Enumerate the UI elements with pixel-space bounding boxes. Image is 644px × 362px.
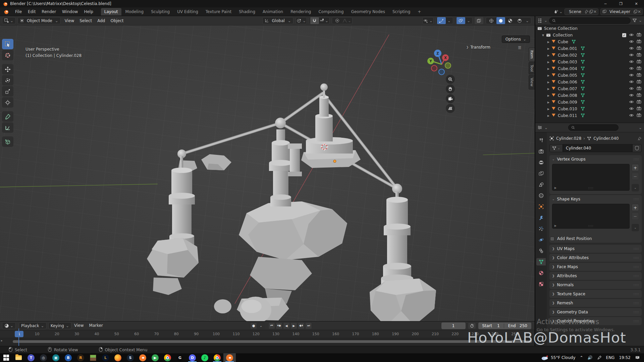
disable-render-icon[interactable] [637, 60, 641, 65]
gizmo-y-neg[interactable] [445, 62, 451, 69]
taskbar-league-of-legends[interactable]: L [99, 353, 112, 362]
chevron-down-icon[interactable]: ⌄ [544, 125, 548, 130]
jump-to-start-button[interactable]: ⏮ [268, 322, 275, 329]
chevron-down-icon[interactable]: ⌄ [639, 125, 642, 130]
disclosure-icon[interactable]: ▶ [547, 67, 550, 70]
hide-eye-icon[interactable] [629, 93, 634, 98]
outliner-row-object[interactable]: ▶Cube.002 [535, 52, 644, 59]
outliner-row-object[interactable]: ▶Cube.007 [535, 85, 644, 92]
taskbar-chrome[interactable] [161, 353, 174, 362]
timeline-channels[interactable]: ▸ [0, 338, 535, 346]
outliner-search-input[interactable] [549, 17, 631, 24]
tool-cursor[interactable] [2, 50, 13, 60]
pivot-dropdown[interactable]: ⌄ [296, 17, 307, 24]
notification-icon[interactable] [635, 355, 640, 360]
taskbar-file-explorer[interactable] [12, 353, 25, 362]
taskbar-chrome-alt[interactable] [211, 353, 223, 362]
panel-header[interactable]: ❯Color Attributes:::: [549, 254, 642, 262]
disable-render-icon[interactable] [637, 80, 641, 85]
shading-wireframe-button[interactable] [487, 17, 496, 24]
pin-icon[interactable] [637, 136, 642, 141]
taskbar-teams[interactable]: T [25, 353, 37, 362]
clock[interactable]: 19:52 [619, 355, 631, 360]
delete-viewlayer-icon[interactable]: ✕ [638, 9, 641, 14]
play-button[interactable]: ▶ [290, 322, 297, 329]
new-scene-icon[interactable] [589, 9, 593, 14]
properties-tab-modifiers[interactable] [536, 214, 546, 221]
workspace-tab-modeling[interactable]: Modeling [122, 8, 147, 15]
next-keyframe-button[interactable]: ◆⏵ [298, 322, 305, 329]
pan-button[interactable] [446, 84, 455, 94]
taskbar-minecraft[interactable] [87, 353, 99, 362]
timeline-menu-marker[interactable]: Marker [87, 322, 106, 329]
panel-header[interactable]: ❯Attributes:::: [549, 272, 642, 280]
channel-expand-icon[interactable]: ▸ [1, 339, 3, 342]
disable-render-icon[interactable] [637, 86, 641, 92]
add-rest-position-checkbox[interactable] [550, 237, 554, 241]
mesh-data-dropdown[interactable]: ⌄ [549, 144, 563, 152]
current-frame-field[interactable]: 1 [441, 322, 466, 329]
workspace-tab-uv-editing[interactable]: UV Editing [174, 8, 202, 15]
outliner-row-scene-collection[interactable]: Scene Collection [535, 25, 644, 32]
maximize-button[interactable]: ❐ [613, 0, 629, 7]
outliner-row-object[interactable]: ▶Cube [535, 39, 644, 45]
timeline-menu-view[interactable]: View [71, 322, 86, 329]
disclosure-icon[interactable]: ▶ [547, 74, 550, 77]
timeline-scrollbar[interactable] [13, 340, 532, 343]
options-button[interactable]: Options⌄ [502, 36, 530, 43]
weather-widget[interactable]: 55°F Cloudy [541, 355, 575, 360]
collection-checkbox[interactable]: ✓ [622, 33, 626, 37]
taskbar-spotify[interactable]: ♪ [199, 353, 211, 362]
show-gizmo-toggle[interactable] [437, 17, 446, 24]
hide-eye-icon[interactable] [629, 86, 634, 92]
viewport-menu-add[interactable]: Add [95, 17, 108, 24]
hide-eye-icon[interactable] [629, 80, 634, 85]
hide-eye-icon[interactable] [629, 53, 634, 58]
workspace-tab-shading[interactable]: Shading [235, 8, 259, 15]
timeline-editor-type-button[interactable]: ⌄ [2, 322, 16, 329]
visibility-dropdown[interactable]: ⌄ [422, 17, 434, 24]
gizmo-y-axis[interactable]: Y [427, 58, 434, 64]
chevron-down-icon[interactable]: ⌄ [639, 18, 642, 23]
tool-add-cube[interactable] [2, 136, 13, 147]
tool-rotate[interactable] [2, 75, 13, 85]
menu-edit[interactable]: Edit [25, 8, 39, 15]
pen-icon[interactable] [597, 355, 602, 360]
volume-icon[interactable]: 🔊 [588, 355, 593, 360]
workspace-tab-geometry-nodes[interactable]: Geometry Nodes [348, 8, 388, 15]
disable-render-icon[interactable] [637, 107, 641, 112]
properties-tab-view-layer[interactable] [536, 170, 546, 177]
snap-target-dropdown[interactable]: ⌄ [320, 17, 328, 24]
workspace-tab--[interactable]: + [414, 8, 424, 15]
breadcrumb-data[interactable]: Cylinder.040 [593, 136, 619, 141]
menu-render[interactable]: Render [39, 8, 59, 15]
snap-toggle[interactable] [310, 17, 319, 24]
outliner-row-object[interactable]: ▶Cube.004 [535, 65, 644, 72]
taskbar-rooster-app[interactable]: R [74, 353, 87, 362]
tool-annotate[interactable] [2, 111, 13, 122]
remove-vertex-group-button[interactable]: − [632, 173, 639, 180]
language-indicator[interactable]: ENG [606, 355, 615, 360]
disable-render-icon[interactable] [637, 33, 641, 38]
properties-tab-constraints[interactable] [536, 247, 546, 254]
properties-tab-texture[interactable] [536, 280, 546, 288]
timeline-menu-keying[interactable]: Keying ⌄ [48, 322, 71, 329]
falloff-dropdown[interactable]: ⌄ [342, 17, 351, 24]
chevron-down-icon[interactable]: ⌄ [559, 9, 562, 14]
disclosure-icon[interactable]: ▶ [547, 87, 550, 90]
taskbar-discord[interactable]: D [186, 353, 199, 362]
menu-window[interactable]: Window [59, 8, 81, 15]
prev-keyframe-button[interactable]: ⏴◆ [276, 322, 282, 329]
tool-transform[interactable] [2, 97, 13, 108]
hide-eye-icon[interactable] [629, 107, 634, 112]
sidebar-tab-tool[interactable]: Tool [529, 62, 535, 74]
navigation-gizmo[interactable]: Z X Y [423, 46, 463, 86]
disclosure-icon[interactable]: ▶ [547, 54, 550, 57]
hide-eye-icon[interactable] [629, 60, 634, 65]
workspace-tab-texture-paint[interactable]: Texture Paint [202, 8, 235, 15]
orientation-dropdown[interactable]: Global ⌄ [262, 17, 293, 24]
outliner-row-object[interactable]: ▶Cube.009 [535, 99, 644, 106]
properties-tab-world[interactable] [536, 192, 546, 199]
grid-ortho-button[interactable] [446, 104, 455, 113]
tool-select-box[interactable] [2, 39, 13, 49]
